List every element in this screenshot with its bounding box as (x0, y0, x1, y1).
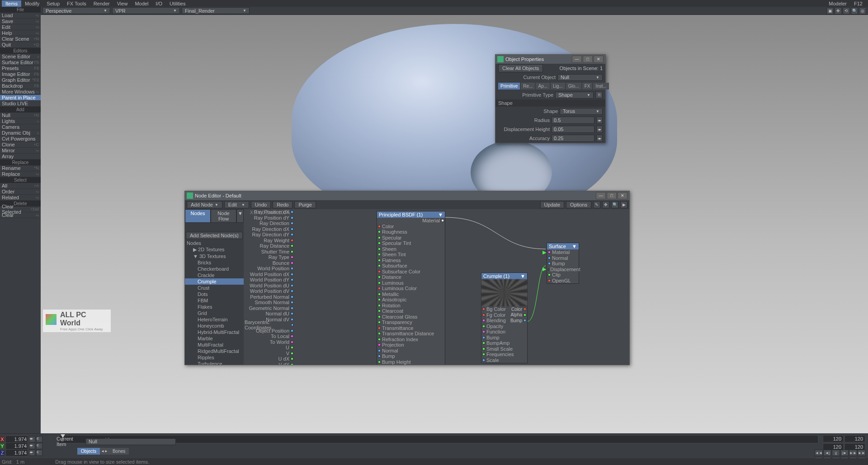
menu-setup[interactable]: Setup (43, 0, 63, 7)
output-socket[interactable] (291, 278, 293, 281)
maximize-icon[interactable]: ▣ (826, 7, 834, 14)
sidebar-item-save[interactable]: Save+v (0, 19, 41, 24)
output-ray-direction-dx[interactable]: Ray Direction dX (244, 226, 294, 232)
output-to-local[interactable]: To Local (244, 333, 294, 339)
output-socket[interactable] (524, 314, 526, 316)
crumple-row[interactable]: Scale (481, 357, 527, 363)
redo-button[interactable]: Redo (273, 201, 292, 208)
surface-input-displacement[interactable]: ▶Displacement (547, 267, 579, 272)
output-ray-type[interactable]: Ray Type (244, 254, 294, 260)
copy-icon[interactable]: ⎘ (595, 91, 603, 99)
bsdf-input-normal[interactable]: Normal (377, 348, 445, 354)
input-socket[interactable] (378, 338, 381, 341)
current-item-dropdown[interactable]: Null (85, 438, 176, 445)
menu-modify[interactable]: Modify (21, 0, 43, 7)
chevron-down-icon[interactable]: ▼ (438, 212, 443, 217)
output-socket[interactable] (291, 239, 293, 242)
step-fwd-button[interactable]: |► (840, 450, 849, 456)
sidebar-item-order[interactable]: Order+v (0, 189, 41, 195)
output-world-position-dv[interactable]: World Position dV (244, 288, 294, 294)
tab-ap[interactable]: Ap... (536, 83, 550, 89)
output-socket[interactable] (291, 335, 293, 338)
input-socket[interactable] (378, 276, 381, 278)
bsdf-input-specular-tint[interactable]: Specular Tint (377, 240, 445, 246)
bsdf-input-luminous[interactable]: Luminous (377, 280, 445, 286)
bsdf-input-bump[interactable]: Bump (377, 353, 445, 359)
input-socket[interactable] (378, 253, 381, 256)
input-socket[interactable] (482, 353, 485, 356)
options-button[interactable]: Options (566, 201, 591, 208)
zoom-icon[interactable]: 🔍 (611, 201, 618, 208)
output-socket[interactable] (291, 290, 293, 292)
sidebar-item-backdrop[interactable]: BackdropF5 (0, 83, 41, 89)
bsdf-input-color[interactable]: Color (377, 224, 445, 230)
input-socket[interactable] (378, 293, 381, 296)
input-socket[interactable] (378, 264, 381, 267)
tree-root[interactable]: Nodes (185, 240, 244, 246)
fit-icon[interactable]: ◎ (859, 7, 866, 14)
sidebar-item-parent-in-place[interactable]: Parent in Place (0, 95, 41, 101)
output-ray-position-dy[interactable]: Ray Position dY (244, 215, 294, 221)
input-socket[interactable] (482, 308, 485, 310)
radius-input[interactable] (552, 117, 594, 124)
sidebar-item-lights[interactable]: Lightsv (0, 118, 41, 124)
bones-tab[interactable]: Bones (109, 448, 129, 455)
frame-end-input[interactable] (844, 435, 865, 442)
sidebar-item-replace[interactable]: Replace+v (0, 171, 41, 177)
input-socket[interactable] (548, 251, 551, 254)
crumple-row[interactable]: Bg ColorColor (481, 306, 527, 312)
current-object-dropdown[interactable]: Null▼ (557, 74, 603, 81)
output-socket[interactable] (291, 346, 293, 349)
sidebar-item-more-windows[interactable]: More Windows+v (0, 89, 41, 95)
input-socket[interactable] (482, 314, 485, 316)
input-socket[interactable] (378, 236, 381, 239)
node-header[interactable]: Crumple (1)▼ (481, 273, 527, 279)
chevron-down-icon[interactable]: ▼ (520, 273, 525, 279)
tree-item-3d-textures[interactable]: ▼ 3D Textures (185, 253, 244, 259)
input-socket[interactable] (482, 359, 485, 362)
rewind-button[interactable]: ◄◄ (815, 450, 823, 456)
spinner-icon[interactable]: ◂▸ (29, 443, 35, 449)
output-socket[interactable] (291, 267, 293, 270)
sidebar-item-clear-selected[interactable]: Clear Selected+Del (0, 207, 41, 212)
input-socket[interactable] (378, 332, 381, 335)
sidebar-item-mirror[interactable]: Mirror+v (0, 148, 41, 154)
envelope-icon[interactable]: E (36, 443, 42, 449)
output-socket[interactable] (291, 233, 293, 236)
bsdf-input-roughness[interactable]: Roughness (377, 229, 445, 235)
output-world-position-du[interactable]: World Position dU (244, 283, 294, 289)
output-normal-du[interactable]: Normal dU (244, 311, 294, 317)
nodes-tab[interactable]: Nodes (185, 209, 211, 223)
tree-item-heteroterrain[interactable]: HeteroTerrain (185, 316, 244, 323)
sidebar-item-quit[interactable]: Quit+Q (0, 42, 41, 48)
input-socket[interactable] (378, 287, 381, 290)
tree-item-bricks[interactable]: Bricks (185, 259, 244, 266)
output-socket[interactable] (291, 228, 293, 230)
output-to-world[interactable]: To World (244, 339, 294, 345)
surface-input-bump[interactable]: Bump (547, 261, 579, 267)
coord-y-input[interactable] (5, 442, 28, 450)
crumple-row[interactable]: BumpAmp (481, 340, 527, 346)
maximize-button[interactable]: □ (583, 56, 593, 63)
tree-item-honeycomb[interactable]: Honeycomb (185, 323, 244, 329)
spinner-icon[interactable]: ◂▸ (596, 117, 603, 124)
close-button[interactable]: ✕ (594, 56, 604, 63)
input-socket[interactable] (378, 225, 381, 228)
window-titlebar[interactable]: Object Properties — □ ✕ (495, 55, 605, 64)
output-ray-distance[interactable]: Ray Distance (244, 243, 294, 249)
sidebar-item-image-editor[interactable]: Image EditorF6 (0, 71, 41, 77)
input-socket[interactable] (548, 279, 551, 282)
input-socket[interactable] (482, 330, 485, 333)
output-socket[interactable] (291, 307, 293, 310)
output-bounce[interactable]: Bounce (244, 260, 294, 266)
crumple-row[interactable]: Function (481, 329, 527, 335)
tree-item-crackle[interactable]: Crackle (185, 272, 244, 278)
crumple-row[interactable]: Bump (481, 335, 527, 341)
rotate-icon[interactable]: ⟲ (843, 7, 850, 14)
tab-lig[interactable]: Lig... (551, 83, 565, 89)
output-socket[interactable] (291, 329, 293, 332)
input-socket[interactable] (378, 361, 381, 363)
output-socket[interactable] (291, 363, 293, 365)
input-socket[interactable] (482, 336, 485, 339)
input-socket[interactable] (548, 262, 551, 265)
